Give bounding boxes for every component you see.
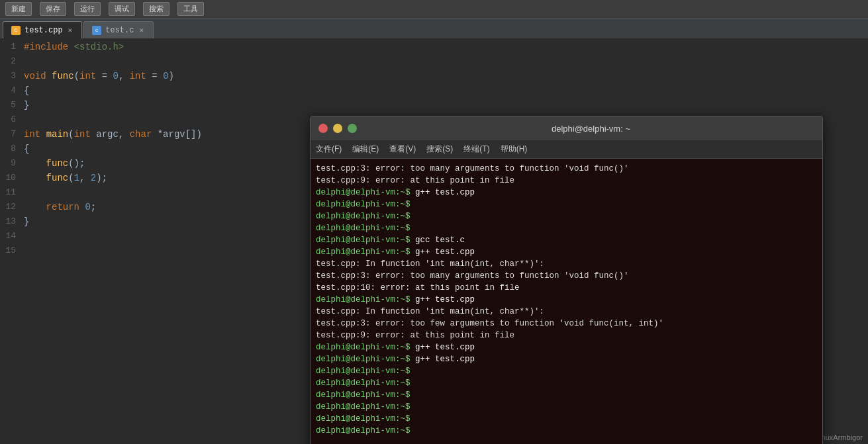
term-line-18: delphi@delphi-vm:~$: [316, 365, 817, 377]
term-line-1: test.cpp:3: error: too many arguments to…: [316, 163, 817, 175]
term-line-16: delphi@delphi-vm:~$ g++ test.cpp: [316, 341, 817, 353]
term-line-2: test.cpp:9: error: at this point in file: [316, 175, 817, 187]
main-area: 1 #include <stdio.h> 2 3 void func(int =…: [0, 40, 868, 444]
menu-file[interactable]: 文件(F): [316, 144, 342, 155]
menu-edit[interactable]: 编辑(E): [352, 144, 379, 155]
tab-test-c[interactable]: c test.c ✕: [83, 21, 154, 38]
debug-button[interactable]: 调试: [109, 2, 135, 16]
toolbar: 新建 保存 运行 调试 搜索 工具: [0, 0, 868, 19]
term-line-13: test.cpp: In function 'int main(int, cha…: [316, 306, 817, 318]
code-line-8: 8 {: [0, 142, 311, 156]
term-line-7: delphi@delphi-vm:~$ gcc test.c: [316, 234, 817, 246]
terminal-minimize-button[interactable]: [333, 124, 342, 133]
terminal-maximize-button[interactable]: [348, 124, 357, 133]
term-line-8: delphi@delphi-vm:~$ g++ test.cpp: [316, 246, 817, 258]
code-line-11: 11: [0, 185, 311, 200]
terminal-titlebar: delphi@delphi-vm: ~: [311, 116, 822, 140]
term-line-11: test.cpp:10: error: at this point in fil…: [316, 282, 817, 294]
code-line-14: 14: [0, 229, 311, 244]
new-button[interactable]: 新建: [5, 2, 32, 16]
term-line-3: delphi@delphi-vm:~$ g++ test.cpp: [316, 187, 817, 199]
terminal-window: delphi@delphi-vm: ~ 文件(F) 编辑(E) 查看(V) 搜索…: [310, 116, 823, 444]
tab-test-cpp[interactable]: C test.cpp ✕: [3, 21, 82, 38]
term-line-12: delphi@delphi-vm:~$ g++ test.cpp: [316, 294, 817, 306]
menu-view[interactable]: 查看(V): [389, 144, 416, 155]
term-line-19: delphi@delphi-vm:~$: [316, 377, 817, 389]
code-line-10: 10 func(1, 2);: [0, 171, 311, 185]
run-button[interactable]: 运行: [74, 2, 101, 16]
tab-bar: C test.cpp ✕ c test.c ✕: [0, 19, 868, 40]
term-line-14: test.cpp:3: error: too few arguments to …: [316, 318, 817, 330]
menu-search[interactable]: 搜索(S): [426, 144, 453, 155]
code-line-5: 5 }: [0, 98, 311, 112]
code-line-12: 12 return 0;: [0, 200, 311, 214]
tools-button[interactable]: 工具: [177, 2, 204, 16]
cpp-file-icon: C: [11, 26, 21, 35]
code-line-3: 3 void func(int = 0, int = 0): [0, 69, 311, 83]
code-line-6: 6: [0, 112, 311, 127]
code-line-9: 9 func();: [0, 156, 311, 171]
term-line-4: delphi@delphi-vm:~$: [316, 199, 817, 210]
tab-test-c-close[interactable]: ✕: [138, 25, 145, 35]
term-line-17: delphi@delphi-vm:~$ g++ test.cpp: [316, 353, 817, 365]
menu-help[interactable]: 帮助(H): [501, 144, 528, 155]
term-line-9: test.cpp: In function 'int main(int, cha…: [316, 258, 817, 270]
term-line-21: delphi@delphi-vm:~$: [316, 401, 817, 413]
term-line-10: test.cpp:3: error: too many arguments to…: [316, 270, 817, 282]
code-line-2: 2: [0, 54, 311, 69]
code-line-1: 1 #include <stdio.h>: [0, 40, 311, 54]
code-line-15: 15: [0, 244, 311, 258]
term-line-15: test.cpp:9: error: at this point in file: [316, 330, 817, 341]
code-editor[interactable]: 1 #include <stdio.h> 2 3 void func(int =…: [0, 40, 311, 444]
terminal-title: delphi@delphi-vm: ~: [367, 124, 814, 134]
tab-test-cpp-label: test.cpp: [24, 26, 63, 35]
term-line-22: delphi@delphi-vm:~$: [316, 413, 817, 425]
tab-test-c-label: test.c: [105, 26, 134, 35]
term-line-20: delphi@delphi-vm:~$: [316, 389, 817, 401]
menu-terminal[interactable]: 终端(T): [463, 144, 489, 155]
code-line-13: 13 }: [0, 214, 311, 229]
search-button[interactable]: 搜索: [143, 2, 169, 16]
save-button[interactable]: 保存: [40, 2, 66, 16]
terminal-menubar: 文件(F) 编辑(E) 查看(V) 搜索(S) 终端(T) 帮助(H): [311, 140, 822, 159]
term-line-6: delphi@delphi-vm:~$: [316, 222, 817, 234]
term-line-23: delphi@delphi-vm:~$: [316, 425, 817, 437]
terminal-close-button[interactable]: [318, 124, 328, 133]
term-line-5: delphi@delphi-vm:~$: [316, 210, 817, 222]
code-line-4: 4 {: [0, 83, 311, 98]
c-file-icon: c: [92, 26, 101, 35]
terminal-body[interactable]: test.cpp:3: error: too many arguments to…: [311, 159, 822, 444]
code-line-7: 7 int main(int argc, char *argv[]): [0, 127, 311, 142]
tab-test-cpp-close[interactable]: ✕: [67, 25, 74, 35]
